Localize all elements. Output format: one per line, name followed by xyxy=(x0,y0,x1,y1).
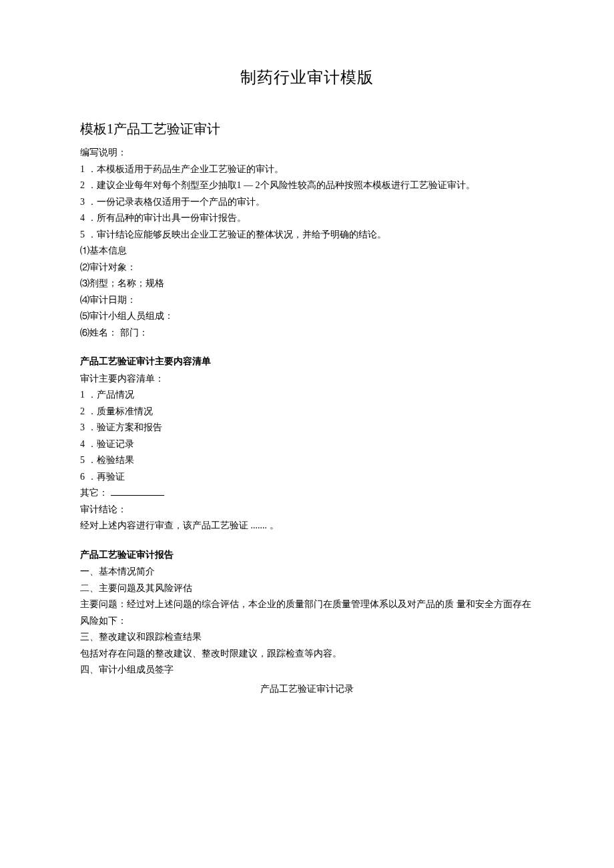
checklist-item: 3 ．验证方案和报告 xyxy=(80,420,534,436)
checklist-item: 4 ．验证记录 xyxy=(80,436,534,453)
conclusion-label: 审计结论： xyxy=(80,502,534,518)
report-line: 二、主要问题及其风险评估 xyxy=(80,580,534,597)
checklist-item: 6 ．再验证 xyxy=(80,469,534,486)
basic-info-item: ⑹姓名： 部门： xyxy=(80,325,534,342)
record-title: 产品工艺验证审计记录 xyxy=(80,681,534,698)
intro-item: 2 ．建议企业每年对每个剂型至少抽取1 — 2个风险性较高的品种按照本模板进行工… xyxy=(80,177,534,194)
intro-item: 3 ．一份记录表格仅适用于一个产品的审计。 xyxy=(80,194,534,211)
conclusion-text: 经对上述内容进行审查，该产品工艺验证 ....... 。 xyxy=(80,518,534,534)
intro-item: 4 ．所有品种的审计出具一份审计报告。 xyxy=(80,210,534,227)
report-line: 三、整改建议和跟踪检查结果 xyxy=(80,629,534,646)
report-line: 主要问题：经过对上述问题的综合评估，本企业的质量部门在质量管理体系以及对产品的质… xyxy=(80,596,534,629)
basic-info-item: ⑷审计日期： xyxy=(80,292,534,309)
template-section-title: 模板1产品工艺验证审计 xyxy=(80,120,534,138)
intro-label: 编写说明： xyxy=(80,145,534,161)
basic-info-item: ⑴基本信息 xyxy=(80,243,534,260)
document-title: 制药行业审计模版 xyxy=(80,67,534,88)
checklist-item: 5 ．检验结果 xyxy=(80,452,534,469)
document-page: 制药行业审计模版 模板1产品工艺验证审计 编写说明： 1 ．本模板适用于药品生产… xyxy=(0,0,614,737)
basic-info-item: ⑶剂型；名称；规格 xyxy=(80,276,534,292)
report-line: 一、基本情况简介 xyxy=(80,564,534,580)
intro-item: 5 ．审计结论应能够反映出企业工艺验证的整体状况，并给予明确的结论。 xyxy=(80,227,534,244)
report-line: 四、审计小组成员签字 xyxy=(80,662,534,679)
report-line: 包括对存在问题的整改建议、整改时限建议，跟踪检查等内容。 xyxy=(80,646,534,663)
checklist-item: 2 ．质量标准情况 xyxy=(80,404,534,420)
report-heading: 产品工艺验证审计报告 xyxy=(80,546,534,563)
basic-info-item: ⑵审计对象： xyxy=(80,260,534,276)
checklist-heading: 产品工艺验证审计主要内容清单 xyxy=(80,353,534,370)
basic-info-item: ⑸审计小组人员组成： xyxy=(80,308,534,325)
other-blank-underline xyxy=(111,486,164,496)
checklist-label: 审计主要内容清单： xyxy=(80,371,534,388)
other-label: 其它： xyxy=(80,488,108,498)
other-line: 其它： xyxy=(80,485,534,502)
intro-item: 1 ．本模板适用于药品生产企业工艺验证的审计。 xyxy=(80,161,534,178)
checklist-item: 1 ．产品情况 xyxy=(80,387,534,404)
